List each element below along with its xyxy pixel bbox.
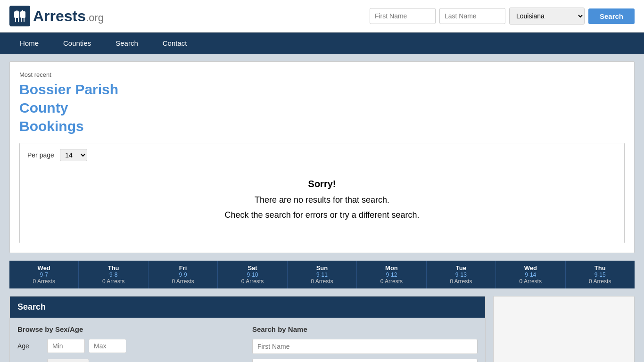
nav-search[interactable]: Search (103, 33, 150, 54)
logo-icon (9, 6, 30, 26)
browse-title: Browse by Sex/Age (17, 325, 243, 333)
age-min-input[interactable] (47, 339, 85, 353)
county-title-line3: Bookings (19, 118, 84, 134)
day-name: Fri (150, 264, 215, 272)
search-last-name-input[interactable] (252, 359, 478, 362)
date-range: 9-7 (11, 272, 76, 278)
date-cell[interactable]: Thu 9-8 0 Arrests (79, 261, 148, 288)
most-recent-label: Most recent (19, 71, 625, 78)
age-row: Age (17, 339, 243, 353)
date-range: 9-13 (429, 272, 494, 278)
date-range: 9-8 (81, 272, 146, 278)
date-range: 9-11 (289, 272, 355, 278)
county-title: Bossier Parish County Bookings (19, 80, 625, 135)
day-name: Wed (498, 264, 563, 272)
arrests-count: 0 Arrests (429, 278, 494, 285)
date-cell[interactable]: Fri 9-9 0 Arrests (149, 261, 218, 288)
day-name: Wed (11, 264, 76, 272)
browse-section: Browse by Sex/Age Age Sex Both Male Fema… (17, 325, 243, 362)
svg-rect-0 (14, 11, 19, 18)
arrests-count: 0 Arrests (359, 278, 424, 285)
date-bar: Wed 9-7 0 Arrests Thu 9-8 0 Arrests Fri … (9, 261, 635, 288)
date-cell[interactable]: Wed 9-14 0 Arrests (496, 261, 565, 288)
sorry-line3: Check the search for errors or try a dif… (37, 207, 607, 222)
day-name: Tue (429, 264, 494, 272)
arrests-count: 0 Arrests (150, 278, 215, 285)
sex-select[interactable]: Both Male Female (47, 359, 89, 362)
sorry-line1: Sorry! (37, 175, 607, 192)
date-cell[interactable]: Sat 9-10 0 Arrests (218, 261, 287, 288)
arrests-count: 0 Arrests (568, 278, 633, 285)
age-label: Age (17, 342, 43, 350)
header-last-name-input[interactable] (439, 8, 505, 24)
nav-home[interactable]: Home (8, 33, 51, 54)
per-page-area: Per page 14 25 50 100 Sorry! There are n… (19, 143, 625, 243)
arrests-count: 0 Arrests (289, 278, 355, 285)
date-range: 9-10 (220, 272, 285, 278)
day-name: Thu (568, 264, 633, 272)
per-page-select[interactable]: 14 25 50 100 (60, 149, 87, 161)
county-title-line1: Bossier Parish (19, 82, 118, 97)
day-name: Thu (81, 264, 146, 272)
main-content: Most recent Bossier Parish County Bookin… (9, 61, 635, 253)
svg-rect-1 (20, 11, 25, 18)
arrests-count: 0 Arrests (81, 278, 146, 285)
county-title-line2: County (19, 100, 68, 115)
sorry-line2: There are no results for that search. (37, 192, 607, 207)
nav-contact[interactable]: Contact (150, 33, 199, 54)
arrests-count: 0 Arrests (498, 278, 563, 285)
header-search-form: Louisiana Alabama Alaska Arizona Arkansa… (370, 8, 635, 25)
sex-row: Sex Both Male Female (17, 359, 243, 362)
date-cell[interactable]: Tue 9-13 0 Arrests (427, 261, 496, 288)
side-panel (493, 296, 635, 362)
name-title: Search by Name (252, 325, 478, 333)
date-range: 9-15 (568, 272, 633, 278)
date-cell[interactable]: Thu 9-15 0 Arrests (566, 261, 635, 288)
date-range: 9-9 (150, 272, 215, 278)
age-max-input[interactable] (89, 339, 126, 353)
day-name: Mon (359, 264, 424, 272)
search-box-title: Search (10, 296, 485, 318)
date-cell[interactable]: Sun 9-11 0 Arrests (288, 261, 357, 288)
per-page-label: Per page (27, 151, 54, 159)
main-nav: Home Counties Search Contact (0, 33, 644, 54)
date-range: 9-14 (498, 272, 563, 278)
day-name: Sat (220, 264, 285, 272)
logo-text: Arrests.org (33, 8, 104, 25)
header-search-button[interactable]: Search (588, 8, 635, 24)
header-first-name-input[interactable] (370, 8, 436, 24)
name-section: Search by Name Search (252, 325, 478, 362)
day-name: Sun (289, 264, 355, 272)
arrests-count: 0 Arrests (220, 278, 285, 285)
arrests-count: 0 Arrests (11, 278, 76, 285)
logo-link[interactable]: Arrests.org (9, 6, 104, 26)
site-header: Arrests.org Louisiana Alabama Alaska Ari… (0, 0, 644, 33)
date-cell[interactable]: Mon 9-12 0 Arrests (357, 261, 426, 288)
date-range: 9-12 (359, 272, 424, 278)
header-state-select[interactable]: Louisiana Alabama Alaska Arizona Arkansa… (509, 8, 585, 25)
no-results-message: Sorry! There are no results for that sea… (27, 161, 617, 237)
bottom-section: Search Browse by Sex/Age Age Sex Both Ma… (9, 296, 635, 362)
nav-counties[interactable]: Counties (51, 33, 103, 54)
date-cell[interactable]: Wed 9-7 0 Arrests (9, 261, 79, 288)
search-box-body: Browse by Sex/Age Age Sex Both Male Fema… (10, 318, 485, 362)
search-first-name-input[interactable] (252, 339, 478, 354)
search-box: Search Browse by Sex/Age Age Sex Both Ma… (9, 296, 486, 362)
